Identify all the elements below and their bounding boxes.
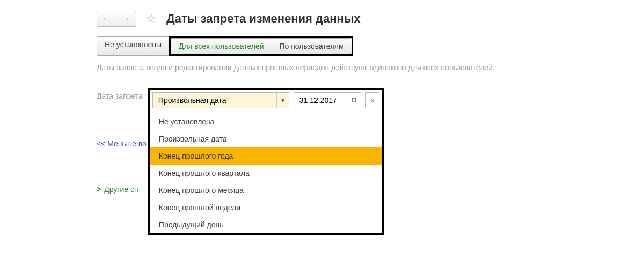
page-title: Даты запрета изменения данных <box>166 12 361 26</box>
nav-buttons <box>97 11 136 27</box>
date-restriction-label: Дата запрета <box>97 92 143 100</box>
dropdown-highlight-box: ▼ 🗓 × Не установлена Произвольная дата К… <box>148 88 384 235</box>
dropdown-item-end-last-quarter[interactable]: Конец прошлого квартала <box>150 165 382 182</box>
favorite-star-icon[interactable]: ☆ <box>145 12 158 25</box>
clear-button[interactable]: × <box>365 92 379 108</box>
tabs-row: Не установлены Для всех пользователей По… <box>97 36 644 56</box>
description-text: Даты запрета ввода и редактирования данн… <box>97 63 644 72</box>
nav-back-button[interactable] <box>97 11 116 26</box>
date-type-input[interactable] <box>153 93 276 108</box>
tab-not-set[interactable]: Не установлены <box>97 36 170 56</box>
dropdown-item-not-set[interactable]: Не установлена <box>150 113 382 130</box>
dropdown-item-custom-date[interactable]: Произвольная дата <box>150 130 382 147</box>
dropdown-item-previous-day[interactable]: Предыдущий день <box>150 216 382 233</box>
dropdown-top-row: ▼ 🗓 × <box>150 90 382 110</box>
calendar-icon[interactable]: 🗓 <box>348 93 361 108</box>
dropdown-item-end-last-week[interactable]: Конец прошлой недели <box>150 199 382 216</box>
less-options-link[interactable]: << Меньше во <box>97 139 147 148</box>
other-methods-link[interactable]: Другие сп <box>97 185 138 194</box>
tabs-highlight-box: Для всех пользователей По пользователям <box>169 36 353 56</box>
form-row: Дата запрета ▼ 🗓 × Не установлена Произв… <box>97 88 644 235</box>
date-type-select[interactable]: ▼ <box>152 92 289 108</box>
dropdown-item-end-last-year[interactable]: Конец прошлого года <box>150 147 382 165</box>
date-field-container: 🗓 <box>294 92 361 108</box>
other-methods-label: Другие сп <box>104 185 138 194</box>
date-input[interactable] <box>294 93 348 108</box>
tab-all-users[interactable]: Для всех пользователей <box>171 38 272 54</box>
tab-by-users[interactable]: По пользователям <box>272 38 352 54</box>
dropdown-item-end-last-month[interactable]: Конец прошлого месяца <box>150 182 382 199</box>
arrow-left-icon <box>103 14 111 24</box>
header-row: ☆ Даты запрета изменения данных <box>0 0 644 32</box>
arrow-right-icon <box>122 14 130 24</box>
chevron-down-icon[interactable]: ▼ <box>277 93 289 108</box>
dropdown-list: Не установлена Произвольная дата Конец п… <box>150 113 382 233</box>
nav-forward-button[interactable] <box>116 11 136 26</box>
